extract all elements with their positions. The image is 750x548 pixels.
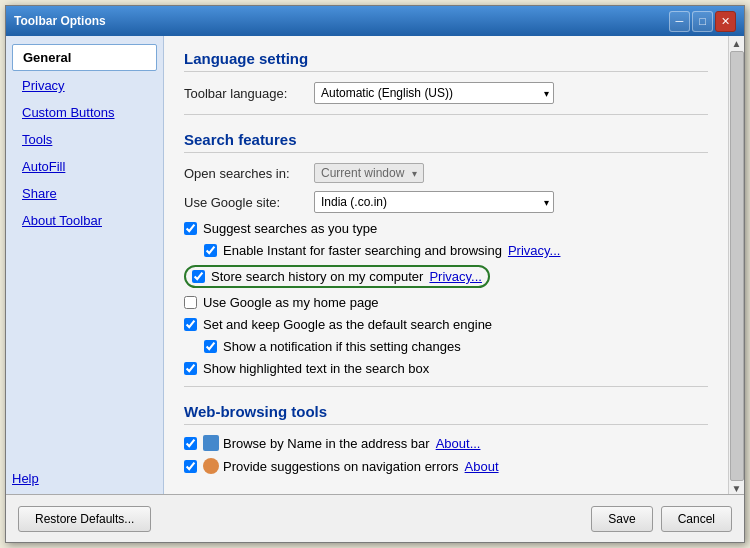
nav-suggestions-row: Provide suggestions on navigation errors…: [184, 458, 708, 474]
history-checkbox-row: Store search history on my computer Priv…: [184, 265, 708, 288]
nav-suggestions-label: Provide suggestions on navigation errors: [223, 459, 459, 474]
nav-suggestions-checkbox[interactable]: [184, 460, 197, 473]
browse-by-name-checkbox[interactable]: [184, 437, 197, 450]
open-searches-row: Open searches in: Current window: [184, 163, 708, 183]
close-button[interactable]: ✕: [715, 11, 736, 32]
section-divider-2: [184, 386, 708, 387]
default-engine-label: Set and keep Google as the default searc…: [203, 317, 492, 332]
notification-checkbox-row: Show a notification if this setting chan…: [204, 339, 708, 354]
suggest-checkbox-row: Suggest searches as you type: [184, 221, 708, 236]
toolbar-language-label: Toolbar language:: [184, 86, 314, 101]
scroll-thumb[interactable]: [730, 51, 744, 481]
homepage-checkbox[interactable]: [184, 296, 197, 309]
open-searches-value: Current window: [321, 166, 404, 180]
sidebar: General Privacy Custom Buttons Tools Aut…: [6, 36, 164, 494]
sidebar-item-general[interactable]: General: [12, 44, 157, 71]
history-circled-row: Store search history on my computer Priv…: [184, 265, 490, 288]
history-label: Store search history on my computer: [211, 269, 423, 284]
dialog-title: Toolbar Options: [14, 14, 106, 28]
language-row: Toolbar language: Automatic (English (US…: [184, 82, 708, 104]
dialog-footer: Restore Defaults... Save Cancel: [6, 494, 744, 542]
dialog-body: General Privacy Custom Buttons Tools Aut…: [6, 36, 744, 494]
sidebar-item-share[interactable]: Share: [12, 181, 157, 206]
footer-buttons: Save Cancel: [591, 506, 732, 532]
instant-checkbox[interactable]: [204, 244, 217, 257]
minimize-button[interactable]: ─: [669, 11, 690, 32]
language-select-wrapper: Automatic (English (US)) English (US) En…: [314, 82, 554, 104]
history-checkbox[interactable]: [192, 270, 205, 283]
notification-checkbox[interactable]: [204, 340, 217, 353]
scroll-up-button[interactable]: ▲: [732, 38, 742, 49]
browse-by-name-link[interactable]: About...: [436, 436, 481, 451]
scroll-down-button[interactable]: ▼: [732, 483, 742, 494]
title-bar: Toolbar Options ─ □ ✕: [6, 6, 744, 36]
sidebar-item-custom-buttons[interactable]: Custom Buttons: [12, 100, 157, 125]
save-button[interactable]: Save: [591, 506, 652, 532]
browse-by-name-icon: [203, 435, 219, 451]
web-tools-title: Web-browsing tools: [184, 403, 708, 425]
title-bar-controls: ─ □ ✕: [669, 11, 736, 32]
google-select-wrapper: India (.co.in) United States (.com) Unit…: [314, 191, 554, 213]
search-section-title: Search features: [184, 131, 708, 153]
content-area: Language setting Toolbar language: Autom…: [164, 36, 728, 494]
homepage-label: Use Google as my home page: [203, 295, 379, 310]
browse-by-name-label: Browse by Name in the address bar: [223, 436, 430, 451]
highlighted-checkbox-row: Show highlighted text in the search box: [184, 361, 708, 376]
web-tools-section: Web-browsing tools Browse by Name in the…: [184, 403, 708, 474]
nav-suggestions-link[interactable]: About: [465, 459, 499, 474]
maximize-button[interactable]: □: [692, 11, 713, 32]
instant-checkbox-row: Enable Instant for faster searching and …: [204, 243, 708, 258]
highlighted-checkbox[interactable]: [184, 362, 197, 375]
sidebar-item-about-toolbar[interactable]: About Toolbar: [12, 208, 157, 233]
highlighted-label: Show highlighted text in the search box: [203, 361, 429, 376]
homepage-checkbox-row: Use Google as my home page: [184, 295, 708, 310]
google-site-select[interactable]: India (.co.in) United States (.com) Unit…: [314, 191, 554, 213]
language-select[interactable]: Automatic (English (US)) English (US) En…: [314, 82, 554, 104]
google-site-row: Use Google site: India (.co.in) United S…: [184, 191, 708, 213]
open-searches-label: Open searches in:: [184, 166, 314, 181]
use-google-label: Use Google site:: [184, 195, 314, 210]
sidebar-item-privacy[interactable]: Privacy: [12, 73, 157, 98]
help-link[interactable]: Help: [12, 471, 39, 486]
cancel-button[interactable]: Cancel: [661, 506, 732, 532]
instant-privacy-link[interactable]: Privacy...: [508, 243, 561, 258]
sidebar-bottom: Help: [12, 451, 157, 486]
toolbar-options-dialog: Toolbar Options ─ □ ✕ General Privacy Cu…: [5, 5, 745, 543]
restore-defaults-button[interactable]: Restore Defaults...: [18, 506, 151, 532]
sidebar-item-tools[interactable]: Tools: [12, 127, 157, 152]
default-engine-checkbox[interactable]: [184, 318, 197, 331]
suggest-label: Suggest searches as you type: [203, 221, 377, 236]
suggest-checkbox[interactable]: [184, 222, 197, 235]
open-searches-select[interactable]: Current window: [314, 163, 424, 183]
default-engine-checkbox-row: Set and keep Google as the default searc…: [184, 317, 708, 332]
scrollbar[interactable]: ▲ ▼: [728, 36, 744, 494]
history-privacy-link[interactable]: Privacy...: [429, 269, 482, 284]
section-divider-1: [184, 114, 708, 115]
notification-label: Show a notification if this setting chan…: [223, 339, 461, 354]
nav-suggestions-icon: [203, 458, 219, 474]
instant-label: Enable Instant for faster searching and …: [223, 243, 502, 258]
sidebar-item-autofill[interactable]: AutoFill: [12, 154, 157, 179]
language-section-title: Language setting: [184, 50, 708, 72]
browse-by-name-row: Browse by Name in the address bar About.…: [184, 435, 708, 451]
